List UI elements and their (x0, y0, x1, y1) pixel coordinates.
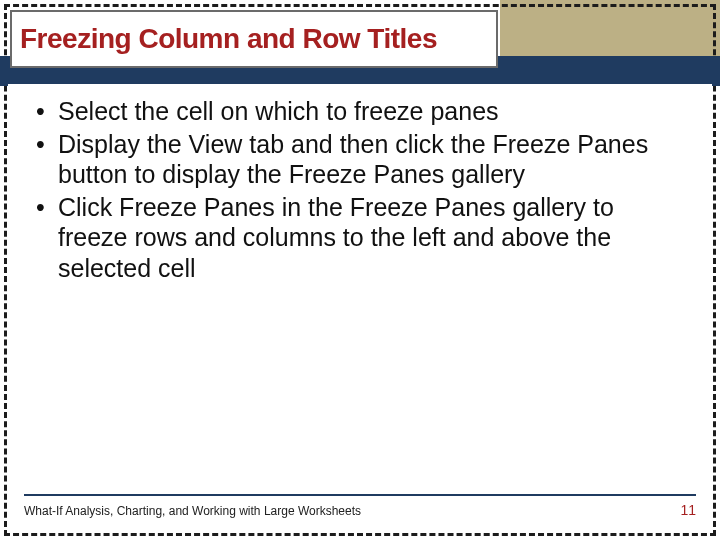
slide: Freezing Column and Row Titles Select th… (0, 0, 720, 540)
list-item: Select the cell on which to freeze panes (34, 96, 686, 127)
title-box: Freezing Column and Row Titles (10, 10, 498, 68)
slide-title: Freezing Column and Row Titles (20, 23, 437, 55)
list-item: Display the View tab and then click the … (34, 129, 686, 190)
footer: What-If Analysis, Charting, and Working … (24, 494, 696, 518)
bullet-list: Select the cell on which to freeze panes… (8, 84, 712, 283)
list-item: Click Freeze Panes in the Freeze Panes g… (34, 192, 686, 284)
footer-text: What-If Analysis, Charting, and Working … (24, 504, 361, 518)
page-number: 11 (680, 502, 696, 518)
content-card: Select the cell on which to freeze panes… (8, 84, 712, 532)
